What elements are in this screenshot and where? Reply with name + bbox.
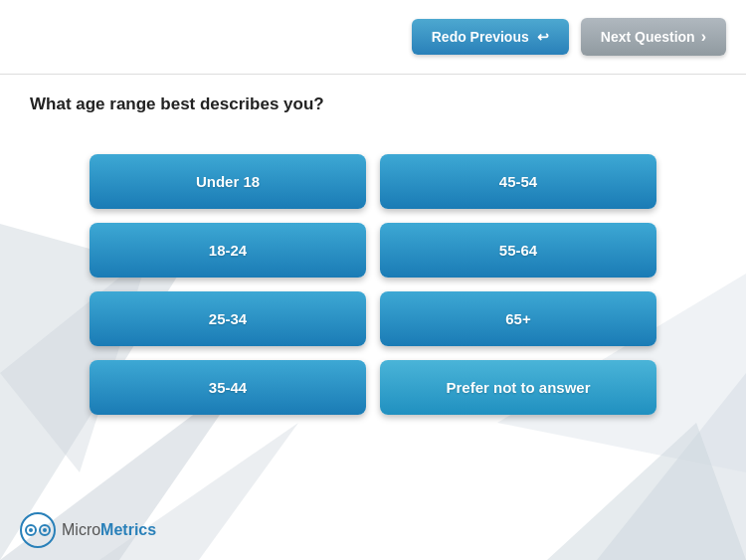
answer-under18[interactable]: Under 18 (90, 154, 366, 209)
svg-point-11 (43, 528, 47, 532)
logo-icon (20, 512, 56, 548)
answer-45-54[interactable]: 45-54 (380, 154, 656, 209)
question-section: What age range best describes you? (0, 75, 746, 124)
next-label: Next Question (601, 29, 695, 45)
logo-micro: Micro (62, 521, 100, 538)
answer-25-34[interactable]: 25-34 (90, 291, 366, 346)
logo-metrics: Metrics (100, 521, 156, 538)
svg-point-10 (29, 528, 33, 532)
logo-text: MicroMetrics (62, 521, 156, 539)
answer-prefer-not[interactable]: Prefer not to answer (380, 360, 656, 415)
question-text: What age range best describes you? (30, 94, 324, 113)
answer-55-64[interactable]: 55-64 (380, 223, 656, 278)
next-chevron-icon: › (701, 28, 706, 46)
answer-65plus[interactable]: 65+ (380, 291, 656, 346)
redo-arrow-icon: ↩ (537, 29, 549, 45)
next-question-button[interactable]: Next Question › (581, 18, 726, 56)
logo-area: MicroMetrics (20, 512, 156, 548)
answer-35-44[interactable]: 35-44 (90, 360, 366, 415)
redo-previous-button[interactable]: Redo Previous ↩ (412, 19, 569, 55)
answers-grid: Under 18 45-54 18-24 55-64 25-34 65+ 35-… (0, 154, 746, 415)
top-bar: Redo Previous ↩ Next Question › (0, 0, 746, 75)
redo-label: Redo Previous (432, 29, 529, 45)
answer-18-24[interactable]: 18-24 (90, 223, 366, 278)
